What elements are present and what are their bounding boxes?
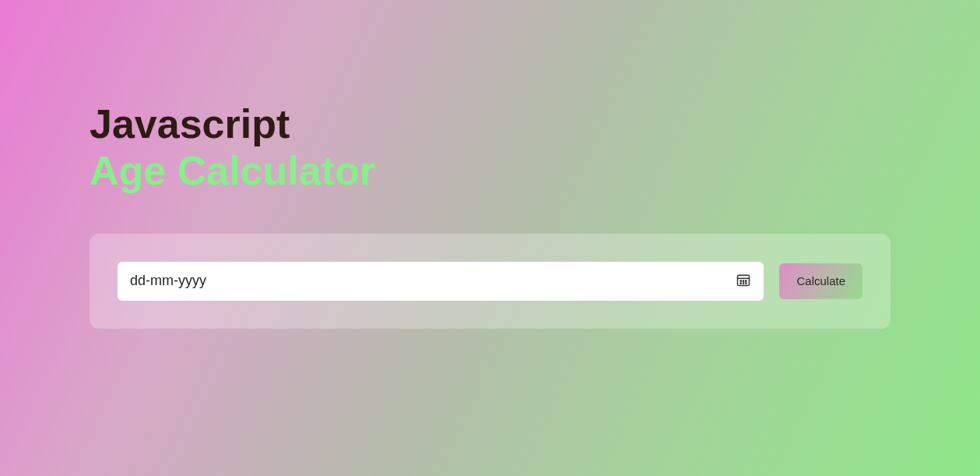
heading-line-2: Age Calculator [90, 148, 890, 195]
date-input[interactable] [130, 273, 736, 289]
svg-point-2 [740, 280, 741, 281]
svg-point-7 [746, 283, 746, 284]
svg-point-3 [743, 280, 744, 281]
svg-point-6 [743, 283, 744, 284]
page-heading: Javascript Age Calculator [90, 101, 890, 195]
svg-point-4 [746, 280, 746, 281]
heading-line-1: Javascript [90, 101, 890, 148]
svg-point-5 [740, 283, 741, 284]
calendar-icon[interactable] [736, 272, 751, 291]
date-input-wrapper[interactable] [118, 262, 764, 301]
main-container: Javascript Age Calculator Calculate [0, 0, 980, 329]
calculate-button[interactable]: Calculate [779, 263, 862, 299]
calculator-card: Calculate [90, 234, 890, 329]
